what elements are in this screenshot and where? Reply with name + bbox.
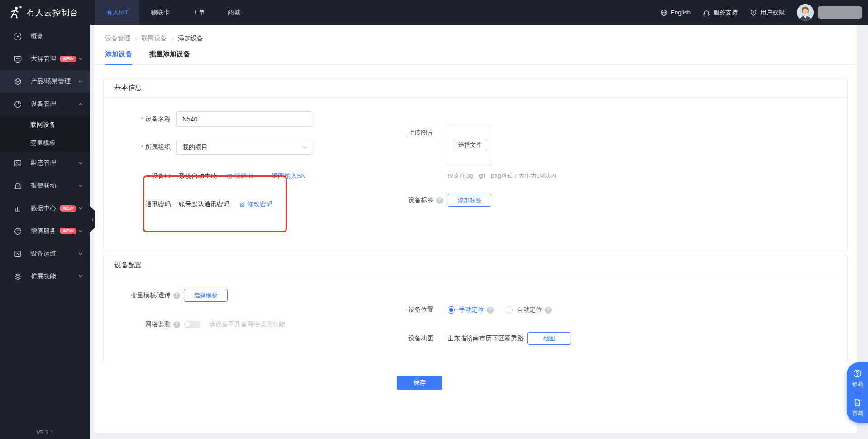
ops-monitor-icon [14,250,22,258]
sidebar-item-label: 概览 [31,32,43,40]
auto-location-option[interactable]: 自动定位 [517,306,542,314]
device-config-right-column: 设备位置 手动定位 ? 自动定位 ? [408,289,571,345]
sidebar-item-bigscreen[interactable]: 大屏管理 NEW [0,48,90,70]
help-question-icon: ? [173,292,180,299]
device-tags-label: 设备标签 ? [408,196,448,204]
manual-location-radio[interactable] [448,306,455,314]
return-sn-input-link[interactable]: 返回输入SN [272,172,305,180]
chevron-down-icon [78,206,83,211]
sidebar-item-extensions[interactable]: 扩展功能 [0,265,90,288]
language-switcher[interactable]: English [660,9,691,16]
image-icon [14,159,22,168]
screen-icon [14,55,22,63]
sidebar-item-alarm[interactable]: 报警联动 [0,174,90,197]
logo[interactable]: 有人云控制台 [0,0,90,25]
body-row: 概览 大屏管理 NEW [0,25,868,439]
sidebar-item-label: 设备运维 [31,250,56,258]
breadcrumb-current: 添加设备 [178,34,203,43]
organization-value: 我的项目 [182,143,208,151]
sidebar-item-label: 扩展功能 [31,272,56,280]
sidebar-item-value-added[interactable]: 增值服务 NEW [0,220,90,242]
sidebar-item-overview[interactable]: 概览 [0,25,90,48]
upload-image-row: 上传图片 选择文件 仅支持jpg、gif、png格式；大小为5M以内 [408,125,556,180]
new-badge: NEW [59,205,77,212]
breadcrumb-separator [135,35,137,42]
network-monitor-toggle[interactable] [184,321,201,328]
service-support[interactable]: 服务支持 [703,9,738,17]
breadcrumb-device-mgmt[interactable]: 设备管理 [105,34,130,43]
sidebar-subitem-variable-templates[interactable]: 变量模板 [0,134,90,152]
nav-tab-usr-iot[interactable]: 有人IoT [95,0,139,25]
consult-button[interactable]: 咨询 [852,398,863,417]
nav-tab-mall[interactable]: 商城 [216,0,252,25]
device-config-body: 变量模板/透传 ? 选择模板 网络监测 ? 该设备不具备网络监测功能 [104,289,847,362]
sidebar-item-label: 产品/场景管理 [31,77,71,86]
logo-text: 有人云控制台 [27,7,78,18]
upload-dropzone[interactable]: 选择文件 [448,125,492,166]
device-id-value: 系统自动生成 [179,172,217,180]
auto-location-radio[interactable] [506,306,513,314]
network-monitor-note: 该设备不具备网络监测功能 [209,320,285,328]
username-redacted [818,6,862,19]
chevron-down-icon [78,79,83,84]
widget-divider [853,393,863,393]
nav-tab-label: 工单 [192,9,205,17]
sidebar-item-label: 数据中心 [31,204,56,212]
breadcrumb-network-devices[interactable]: 联网设备 [142,34,167,43]
nav-tab-iot-card[interactable]: 物联卡 [139,0,181,25]
user-permissions[interactable]: 用户权限 [750,9,785,17]
help-question-icon: ? [436,197,443,204]
upload-area: 选择文件 仅支持jpg、gif、png格式；大小为5M以内 [448,125,556,180]
tab-add-device[interactable]: 添加设备 [105,50,132,64]
device-tags-row: 设备标签 ? 添加标签 [408,194,556,207]
edit-device-id-link[interactable]: 编辑ID [227,172,253,180]
chevron-down-icon [78,274,83,279]
chevron-down-icon [78,160,83,166]
new-badge: NEW [59,56,77,62]
device-map-row: 设备地图 山东省济南市历下区颖秀路 地图 [408,332,571,345]
pie-icon [14,100,22,109]
edit-icon [227,174,233,179]
topbar: 有人云控制台 有人IoT 物联卡 工单 商城 English 服务支持 [0,0,868,25]
device-address: 山东省济南市历下区颖秀路 [448,334,524,343]
usr-logo-icon [8,5,22,20]
device-location-row: 设备位置 手动定位 ? 自动定位 ? [408,306,571,314]
sidebar-item-device-ops[interactable]: 设备运维 [0,242,90,265]
sidebar-item-device-mgmt[interactable]: 设备管理 [0,93,90,116]
help-button[interactable]: 帮助 [852,369,863,388]
device-map-label: 设备地图 [408,334,448,343]
change-password-link[interactable]: 修改密码 [239,200,272,208]
basic-info-body: *设备名称 *所属组织 我的项目 设备ID 系统自动 [104,111,847,251]
organization-select[interactable]: 我的项目 [176,140,312,155]
help-question-icon: ? [545,307,552,314]
service-support-label: 服务支持 [713,9,738,17]
account-menu[interactable] [797,4,862,21]
comm-password-value: 账号默认通讯密码 [179,200,229,208]
nav-tab-label: 有人IoT [106,9,128,17]
user-permissions-label: 用户权限 [760,9,785,17]
manual-location-option[interactable]: 手动定位 [459,306,484,314]
breadcrumb-separator [172,35,174,42]
choose-template-button[interactable]: 选择模板 [184,289,228,302]
save-button[interactable]: 保存 [397,376,442,390]
basic-info-title: 基本信息 [104,77,847,98]
nav-tab-work-order[interactable]: 工单 [181,0,216,25]
nav-tab-label: 商城 [228,9,240,17]
sidebar-item-label: 增值服务 [31,227,56,235]
sidebar-item-products[interactable]: 产品/场景管理 [0,70,90,93]
sidebar-subitem-network-devices[interactable]: 联网设备 [0,116,90,134]
tab-batch-add-device[interactable]: 批量添加设备 [149,50,190,64]
device-name-input[interactable] [176,111,312,127]
sidebar-item-data-center[interactable]: 数据中心 NEW [0,197,90,220]
network-monitor-label: 网络监测 [114,320,171,328]
upload-image-label: 上传图片 [408,125,448,180]
sidebar-item-configuration[interactable]: 组态管理 [0,152,90,174]
map-button[interactable]: 地图 [527,332,571,345]
help-question-icon: ? [487,307,494,314]
value-added-icon [14,227,22,236]
add-tag-button[interactable]: 添加标签 [448,194,491,207]
document-icon [853,398,862,407]
location-radio-group: 手动定位 ? 自动定位 ? [448,306,552,314]
required-star: * [141,116,143,123]
choose-file-button[interactable]: 选择文件 [453,139,487,151]
